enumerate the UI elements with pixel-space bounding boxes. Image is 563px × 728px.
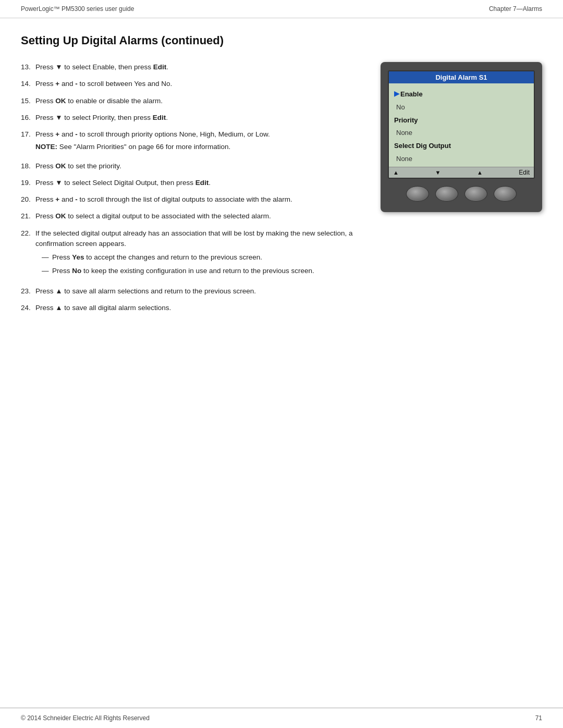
device-button-4[interactable] [494, 186, 517, 202]
list-item: 13. Press ▼ to select Enable, then press… [21, 62, 365, 72]
note-block: NOTE: See "Alarm Priorities" on page 66 … [35, 142, 365, 152]
screen-title-bar: Digital Alarm S1 [389, 71, 534, 83]
step-content: Press ▼ to select Priority, then press E… [35, 113, 365, 123]
screen-row-dig-output-value: None [394, 153, 529, 166]
step-num: 19. [21, 178, 35, 188]
list-item: 14. Press + and - to scroll between Yes … [21, 79, 365, 89]
screen-dig-output-value: None [396, 155, 412, 163]
screen-row-priority-value: None [394, 127, 529, 140]
toolbar-up-btn: ▲ [393, 169, 399, 176]
sub-content: Press Yes to accept the changes and retu… [52, 252, 262, 263]
step-num: 13. [21, 62, 35, 72]
device-button-1[interactable] [406, 186, 429, 202]
step-content: Press + and - to scroll between Yes and … [35, 79, 365, 89]
list-item: 21. Press OK to select a digital output … [21, 211, 365, 221]
device-outer: Digital Alarm S1 ▶ Enable No [381, 62, 542, 212]
note-text: See "Alarm Priorities" on page 66 for mo… [59, 143, 230, 151]
toolbar-save-btn: ▲ [477, 169, 483, 176]
screen-body: ▶ Enable No Priority None [389, 83, 534, 167]
note-label: NOTE: [35, 143, 57, 151]
step-content: Press OK to select a digital output to b… [35, 211, 365, 221]
screen-row-priority: Priority [394, 114, 529, 127]
two-col-layout: 13. Press ▼ to select Enable, then press… [21, 62, 542, 319]
toolbar-edit-label: Edit [519, 169, 530, 176]
step-content: Press OK to set the priority. [35, 161, 365, 171]
header-right: Chapter 7—Alarms [489, 5, 542, 13]
footer-right: 71 [535, 714, 542, 722]
step-num: 24. [21, 303, 35, 313]
page-header: PowerLogic™ PM5300 series user guide Cha… [0, 0, 563, 18]
sub-dash: — [42, 252, 52, 263]
screen-priority-value: None [396, 129, 412, 137]
sub-bullet-list: — Press Yes to accept the changes and re… [42, 252, 365, 277]
list-item: 20. Press + and - to scroll through the … [21, 194, 365, 205]
step-num: 16. [21, 113, 35, 123]
device-panel: Digital Alarm S1 ▶ Enable No [381, 62, 542, 212]
step-content: Press ▼ to select Enable, then press Edi… [35, 62, 365, 72]
step-content: Press + and - to scroll through priority… [35, 129, 365, 155]
screen-row-dig-output: Select Dig Output [394, 140, 529, 153]
toolbar-down-btn: ▼ [435, 169, 440, 176]
step-content: Press ▼ to select Select Digital Output,… [35, 178, 365, 188]
header-left: PowerLogic™ PM5300 series user guide [21, 5, 134, 13]
screen-toolbar: ▲ ▼ ▲ Edit [389, 167, 534, 178]
device-button-3[interactable] [464, 186, 487, 202]
step-content: Press + and - to scroll through the list… [35, 194, 365, 205]
step-num: 14. [21, 79, 35, 89]
step-content: Press ▲ to save all digital alarm select… [35, 303, 365, 313]
sub-dash: — [42, 266, 52, 276]
step-num: 15. [21, 96, 35, 106]
step-num: 20. [21, 194, 35, 205]
footer-left: © 2014 Schneider Electric All Rights Res… [21, 714, 150, 722]
sub-bullet-item: — Press Yes to accept the changes and re… [42, 252, 365, 263]
list-item: 17. Press + and - to scroll through prio… [21, 129, 365, 155]
step-num: 17. [21, 129, 35, 140]
list-item: 23. Press ▲ to save all alarm selections… [21, 286, 365, 297]
arrow-indicator: ▶ [394, 89, 399, 100]
list-item: 22. If the selected digital output alrea… [21, 228, 365, 280]
page-footer: © 2014 Schneider Electric All Rights Res… [0, 708, 563, 728]
screen-row-enable: ▶ Enable [394, 87, 529, 101]
list-item: 15. Press OK to enable or disable the al… [21, 96, 365, 106]
step-content: Press OK to enable or disable the alarm. [35, 96, 365, 106]
instructions-column: 13. Press ▼ to select Enable, then press… [21, 62, 365, 319]
step-num: 18. [21, 161, 35, 171]
step-content: If the selected digital output already h… [35, 228, 365, 280]
sub-bullet-item: — Press No to keep the existing configur… [42, 266, 365, 276]
screen-priority-label: Priority [394, 116, 418, 124]
list-item: 24. Press ▲ to save all digital alarm se… [21, 303, 365, 313]
screen-row-no: No [394, 101, 529, 114]
device-button-2[interactable] [435, 186, 458, 202]
step-content: Press ▲ to save all alarm selections and… [35, 286, 365, 297]
list-item: 16. Press ▼ to select Priority, then pre… [21, 113, 365, 123]
step-num: 23. [21, 286, 35, 297]
list-item: 18. Press OK to set the priority. [21, 161, 365, 171]
page-title: Setting Up Digital Alarms (continued) [21, 34, 542, 47]
device-buttons [388, 186, 535, 202]
screen-dig-output-label: Select Dig Output [394, 142, 451, 150]
screen-no-value: No [396, 103, 405, 111]
page-content: Setting Up Digital Alarms (continued) 13… [0, 18, 563, 351]
step-num: 21. [21, 211, 35, 221]
device-screen: Digital Alarm S1 ▶ Enable No [388, 70, 535, 179]
screen-enable-label: Enable [400, 89, 423, 100]
sub-content: Press No to keep the existing configurat… [52, 266, 314, 276]
list-item: 19. Press ▼ to select Select Digital Out… [21, 178, 365, 188]
step-num: 22. [21, 228, 35, 239]
